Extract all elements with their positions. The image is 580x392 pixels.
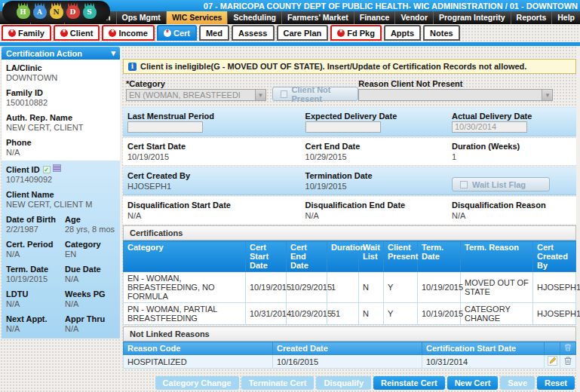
termination-date-value: 10/19/2015 [305,181,452,191]
cell-category: EN - WOMAN, BREASTFEEDING, NO FORMULA [124,272,246,303]
field-label: Category [65,240,120,250]
actual-delivery-input[interactable]: 10/30/2014 [452,121,527,133]
certification-action-dropdown[interactable]: Certification Action ▾ [2,47,120,60]
lmp-label: Last Menstrual Period [127,111,305,121]
field-label: Next Appt. [6,314,65,324]
table-row[interactable]: HOSPITALIZED 10/16/2015 10/31/2014 [124,355,576,369]
table-header-row: Reason Code Created Date Certification S… [124,342,576,355]
delivery-dates-band: Last Menstrual Period Expected Delivery … [123,107,576,136]
disqualify-button[interactable]: Disqualify [316,376,371,390]
actual-delivery-field: Actual Delivery Date 10/30/2014 [452,111,572,133]
cell-cert-start: 10/31/2014 [246,303,287,325]
field-phone: Phone N/A [6,138,120,158]
sidebar-active-client-panel: Client ID✓ 1071409092 Client Name NEW CE… [2,161,120,338]
tab-med[interactable]: Med [199,25,229,41]
field-value: DOWNTOWN [6,73,120,83]
not-linked-reasons-table: Reason Code Created Date Certification S… [123,341,576,369]
field-value: 2/2/1987 [6,225,65,234]
cell-certification-start-date: 10/31/2014 [422,355,545,369]
category-select[interactable]: EN (WOMAN, BREASTFEEDI ▼ [126,89,266,101]
col-duration: Duration [327,241,359,272]
menu-item-help[interactable]: Help [551,11,580,24]
certification-action-label: Certification Action [6,49,82,58]
menu-item-program-integrity[interactable]: Program Integrity [433,11,511,24]
menu-item-farmers-market[interactable]: Farmers' Market [281,11,354,24]
menu-item-wic-services[interactable]: WIC Services [166,11,228,24]
tab-assess[interactable]: Assess [232,25,275,41]
table-row[interactable]: EN - WOMAN, BREASTFEEDING, NO FORMULA 10… [124,272,576,303]
checkbox-icon[interactable]: ✓ [43,166,51,173]
table-row[interactable]: PN - WOMAN, PARTIAL BREASTFEEDING 10/31/… [124,303,576,325]
field-pair-certperiod-category: Cert. PeriodN/A CategoryEN [6,240,120,259]
required-asterisk-icon: * [60,29,68,37]
client-not-present-checkbox[interactable]: Client Not Present [272,87,358,101]
info-icon: i [128,63,137,71]
field-value: 1071409092 [6,175,120,185]
field-label: Term. Date [6,265,65,274]
hand-icon: S [83,5,97,19]
tab-strip: *Family *Client *Income *Cert Med Assess… [0,24,580,42]
tab-label: Fd Pkg [347,29,375,38]
field-value: N/A [6,250,65,259]
logo-letter: A [37,8,42,16]
menu-item-reports[interactable]: Reports [511,11,552,24]
delete-row-button[interactable] [560,355,576,369]
tab-family[interactable]: *Family [2,25,51,41]
field-value: N/A [65,324,120,334]
certifications-section-header: Certifications [123,225,576,240]
cert-created-by-field: Cert Created By HJOSEPH1 [127,170,305,191]
menu-item-ops-mgmt[interactable]: Ops Mgmt [116,11,166,24]
cert-created-by-value: HJOSEPH1 [127,181,305,191]
table-header-row: Category Cert Start Date Cert End Date D… [124,241,576,272]
cell-cert-created-by: HJOSEPH1 [533,272,576,303]
new-cert-button[interactable]: New Cert [447,376,499,390]
field-client-name: Client Name NEW CERT, CLIENT M [6,190,120,210]
edit-row-button[interactable] [545,355,560,369]
reinstate-cert-button[interactable]: Reinstate Cert [373,376,445,390]
tab-label: Client [70,29,94,38]
tab-appts[interactable]: Appts [384,25,421,41]
trash-icon [564,343,572,351]
reason-not-present-select[interactable]: ▼ [358,89,553,101]
hands-logo: H A N D S [2,1,110,23]
cell-created-date: 10/16/2015 [273,355,422,369]
tab-cert[interactable]: *Cert [157,25,197,41]
menu-item-finance[interactable]: Finance [354,11,395,24]
lmp-field: Last Menstrual Period [127,111,305,133]
logo-letter: D [70,8,76,16]
edd-input[interactable] [305,121,381,133]
field-la-clinic: LA/Clinic DOWNTOWN [6,63,120,83]
cell-term-reason: CATEGORY CHANGE [461,303,533,325]
field-label: Client Name [6,190,120,200]
field-value: 10/19/2015 [6,274,65,284]
menu-item-vendor[interactable]: Vendor [394,11,433,24]
cell-wait-list: N [359,272,384,303]
tab-notes[interactable]: Notes [423,25,460,41]
cert-start-value: 10/19/2015 [127,152,305,162]
lmp-input[interactable] [127,121,203,133]
dq-end-value: N/A [305,210,452,221]
reason-not-present-field: Reason Client Not Present ▼ [358,78,573,101]
reset-button[interactable]: Reset [537,376,575,390]
tab-care-plan[interactable]: Care Plan [277,25,329,41]
tab-client[interactable]: *Client [54,25,100,41]
trash-icon [563,356,572,366]
menu-item-scheduling[interactable]: Scheduling [227,11,281,24]
field-label: Appr Thru [65,314,120,324]
wait-list-flag-label: Wait List Flag [472,180,526,189]
tab-fd-pkg[interactable]: *Fd Pkg [330,25,382,41]
category-change-button[interactable]: Category Change [155,376,239,390]
field-client-id: Client ID✓ 1071409092 [6,164,120,185]
hand-icon: D [66,5,80,19]
save-button[interactable]: Save [500,376,535,390]
notes-list-icon[interactable] [53,164,61,172]
field-family-id: Family ID 150010882 [6,88,120,108]
cell-term-reason: MOVED OUT OF STATE [461,272,533,303]
col-cert-created-by: Cert Created By [533,241,576,272]
wait-list-flag-checkbox[interactable]: Wait List Flag [452,177,550,191]
actual-delivery-label: Actual Delivery Date [452,111,572,121]
terminate-cert-button[interactable]: Terminate Cert [241,376,315,390]
tab-income[interactable]: *Income [102,25,155,41]
required-asterisk-icon: * [164,29,171,37]
logo-letter: S [87,8,92,16]
